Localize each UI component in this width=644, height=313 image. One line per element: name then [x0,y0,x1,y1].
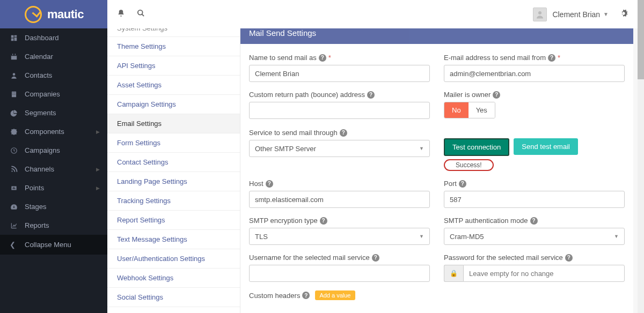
chevron-down-icon: ▼ [614,234,619,239]
search-icon[interactable] [137,9,145,19]
collapse-menu[interactable]: ❮ Collapse Menu [0,235,107,255]
clock-icon [10,147,18,154]
dashboard-icon [10,34,18,42]
settings-item-asset-settings[interactable]: Asset Settings [107,76,240,95]
sidebar-item-channels[interactable]: Channels▶ [0,160,107,178]
main-content: Mail Send Settings Name to send mail as?… [240,28,633,313]
svg-rect-11 [13,94,13,94]
sidebar-item-dashboard[interactable]: Dashboard [0,28,107,47]
sidebar-item-reports[interactable]: Reports [0,216,107,235]
help-icon[interactable]: ? [372,254,379,262]
sidebar-item-stages[interactable]: Stages [0,197,107,216]
settings-item-landing-page-settings[interactable]: Landing Page Settings [107,172,240,191]
chevron-right-icon: ▶ [96,185,100,191]
sidebar-item-label: Contacts [25,71,52,79]
settings-item-webhook-settings[interactable]: Webhook Settings [107,269,240,288]
settings-item-theme-settings[interactable]: Theme Settings [107,37,240,56]
password-input[interactable] [463,265,625,282]
scrollbar-thumb[interactable] [638,0,644,79]
brand-name: mautic [47,8,84,21]
settings-item-form-settings[interactable]: Form Settings [107,133,240,153]
help-icon[interactable]: ? [548,54,555,62]
calendar-icon [10,53,18,61]
svg-rect-8 [12,91,16,97]
sidebar-item-companies[interactable]: Companies [0,85,107,103]
sidebar-item-calendar[interactable]: Calendar [0,47,107,66]
encryption-select[interactable]: TLS▼ [249,228,430,245]
chevron-down-icon: ▼ [419,234,424,239]
service-label: Service to send mail through? [249,129,430,137]
gear-icon[interactable] [619,9,628,20]
user-menu[interactable]: Clement Brian ▼ [533,8,609,21]
svg-rect-18 [14,188,15,189]
toggle-no[interactable]: No [444,102,469,118]
settings-item-report-settings[interactable]: Report Settings [107,211,240,230]
help-icon[interactable]: ? [565,254,573,262]
help-icon[interactable]: ? [340,129,347,137]
trophy-icon [10,184,18,192]
add-value-button[interactable]: Add a value [315,290,355,300]
user-name: Clement Brian [552,10,600,19]
sidebar-item-components[interactable]: Components▶ [0,122,107,141]
svg-rect-16 [13,187,13,189]
chevron-left-icon: ❮ [10,241,18,249]
auth-select[interactable]: Cram-MD5▼ [444,228,625,245]
host-label: Host? [249,180,430,188]
help-icon[interactable]: ? [302,292,310,299]
svg-rect-9 [13,92,13,93]
sidebar-item-label: Companies [25,90,60,98]
user-icon [10,72,18,79]
help-icon[interactable]: ? [493,91,500,99]
notifications-icon[interactable] [117,9,125,19]
settings-item-tracking-settings[interactable]: Tracking Settings [107,191,240,211]
chevron-down-icon: ▼ [603,11,609,17]
chevron-right-icon: ▶ [96,167,100,172]
chevron-right-icon: ▶ [96,129,100,135]
sidebar-item-points[interactable]: Points▶ [0,178,107,197]
help-icon[interactable]: ? [459,180,466,188]
host-input[interactable] [249,191,430,208]
sidebar-item-contacts[interactable]: Contacts [0,66,107,85]
help-icon[interactable]: ? [319,54,326,62]
test-connection-button[interactable]: Test connection [444,138,509,156]
avatar-icon [533,8,547,21]
username-input[interactable] [249,265,430,282]
toggle-yes[interactable]: Yes [469,102,495,118]
settings-item-user-authentication-settings[interactable]: User/Authentication Settings [107,249,240,269]
settings-item-campaign-settings[interactable]: Campaign Settings [107,95,240,114]
settings-item-system-settings[interactable]: System Settings [107,28,240,37]
mailer-owner-toggle[interactable]: No Yes [444,102,495,118]
lock-icon: 🔒 [444,265,463,282]
settings-item-social-settings[interactable]: Social Settings [107,288,240,307]
sidebar-item-label: Stages [25,203,46,211]
name-label: Name to send mail as?* [249,54,430,62]
send-test-email-button[interactable]: Send test email [514,138,578,155]
settings-item-email-settings[interactable]: Email Settings [107,114,240,133]
svg-rect-12 [14,94,15,94]
custom-headers-label: Custom headers? Add a value [249,290,430,300]
svg-rect-4 [11,54,17,55]
svg-point-7 [13,73,16,76]
help-icon[interactable]: ? [367,91,375,99]
name-input[interactable] [249,65,430,82]
sidebar-item-label: Dashboard [25,34,59,42]
puzzle-icon [10,128,18,136]
port-input[interactable] [444,191,625,208]
port-label: Port? [444,180,625,188]
settings-item-text-message-settings[interactable]: Text Message Settings [107,230,240,249]
sidebar-item-label: Channels [25,165,54,173]
sidebar-item-segments[interactable]: Segments [0,103,107,122]
sidebar-item-campaigns[interactable]: Campaigns [0,141,107,160]
svg-rect-17 [13,187,14,189]
settings-item-api-settings[interactable]: API Settings [107,56,240,76]
service-select[interactable]: Other SMTP Server▼ [249,140,430,157]
return-path-input[interactable] [249,102,430,119]
settings-item-contact-settings[interactable]: Contact Settings [107,153,240,172]
help-icon[interactable]: ? [530,217,538,225]
rss-icon [10,166,18,173]
help-icon[interactable]: ? [320,217,327,225]
email-input[interactable] [444,65,625,82]
help-icon[interactable]: ? [266,180,273,188]
email-label: E-mail address to send mail from?* [444,54,625,62]
logo-icon [25,6,42,23]
